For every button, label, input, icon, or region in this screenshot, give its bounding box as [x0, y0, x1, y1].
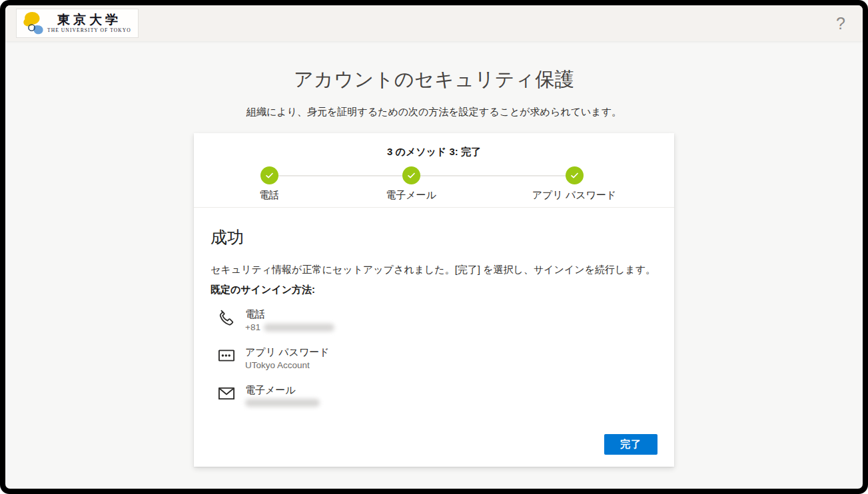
wizard-steps: 電話 電子メール アプリ パスワード: [194, 163, 674, 207]
step-phone-check-icon: [260, 166, 278, 184]
step-email-check-icon: [402, 166, 420, 184]
default-signin-method-label: 既定のサインイン方法:: [211, 282, 657, 297]
method-texts-email: 電子メール: [245, 383, 320, 412]
redacted-email-address: [245, 399, 320, 407]
method-label-phone: 電話: [245, 307, 334, 321]
method-detail-phone: +81: [245, 321, 334, 334]
phone-icon: [217, 307, 245, 336]
method-item-email: 電子メール: [217, 383, 657, 412]
method-label-app-password: アプリ パスワード: [245, 345, 330, 359]
app-password-icon: [217, 345, 245, 374]
page-title: アカウントのセキュリティ保護: [5, 67, 863, 93]
utokyo-logo: 東京大学 The University of Tokyo: [16, 9, 139, 38]
method-detail-email: [245, 397, 320, 407]
logo-title-jp: 東京大学: [57, 13, 121, 26]
success-message: セキュリティ情報が正常にセットアップされました。[完了] を選択し、サインインを…: [211, 262, 657, 277]
success-heading: 成功: [211, 226, 657, 248]
step-label-phone: 電話: [259, 189, 279, 202]
top-bar: 東京大学 The University of Tokyo ?: [5, 5, 863, 41]
screenshot-frame: 東京大学 The University of Tokyo ? アカウントのセキュ…: [0, 0, 868, 494]
method-texts-app-password: アプリ パスワード UTokyo Account: [245, 345, 330, 374]
phone-country-code: +81: [245, 321, 260, 334]
help-icon[interactable]: ?: [836, 15, 845, 32]
step-app-password-check-icon: [566, 166, 584, 184]
card-footer: 完了: [211, 434, 657, 455]
redacted-phone-number: [264, 324, 334, 332]
step-label-email: 電子メール: [386, 189, 436, 202]
success-panel: 成功 セキュリティ情報が正常にセットアップされました。[完了] を選択し、サイン…: [194, 208, 674, 467]
signin-method-list: 電話 +81: [211, 307, 657, 421]
wizard-progress-label: 3 のメソッド 3: 完了: [194, 146, 674, 160]
email-icon: [217, 383, 245, 412]
browser-viewport: 東京大学 The University of Tokyo ? アカウントのセキュ…: [5, 5, 863, 489]
main-content: アカウントのセキュリティ保護 組織により、身元を証明するための次の方法を設定する…: [5, 41, 863, 489]
method-item-phone: 電話 +81: [217, 307, 657, 336]
utokyo-logo-text: 東京大学 The University of Tokyo: [47, 13, 131, 33]
step-connector-line: [269, 175, 574, 176]
method-texts-phone: 電話 +81: [245, 307, 334, 336]
ginkgo-leaf-icon: [19, 10, 47, 37]
method-label-email: 電子メール: [245, 383, 320, 397]
done-button[interactable]: 完了: [604, 434, 657, 455]
wizard-progress-header: 3 のメソッド 3: 完了 電話 電子メール: [194, 133, 674, 208]
logo-title-en: The University of Tokyo: [47, 28, 131, 33]
security-setup-card: 3 のメソッド 3: 完了 電話 電子メール: [194, 133, 674, 467]
method-detail-app-password: UTokyo Account: [245, 359, 330, 371]
page-subtitle: 組織により、身元を証明するための次の方法を設定することが求められています。: [5, 106, 863, 119]
method-item-app-password: アプリ パスワード UTokyo Account: [217, 345, 657, 374]
step-label-app-password: アプリ パスワード: [532, 189, 617, 202]
